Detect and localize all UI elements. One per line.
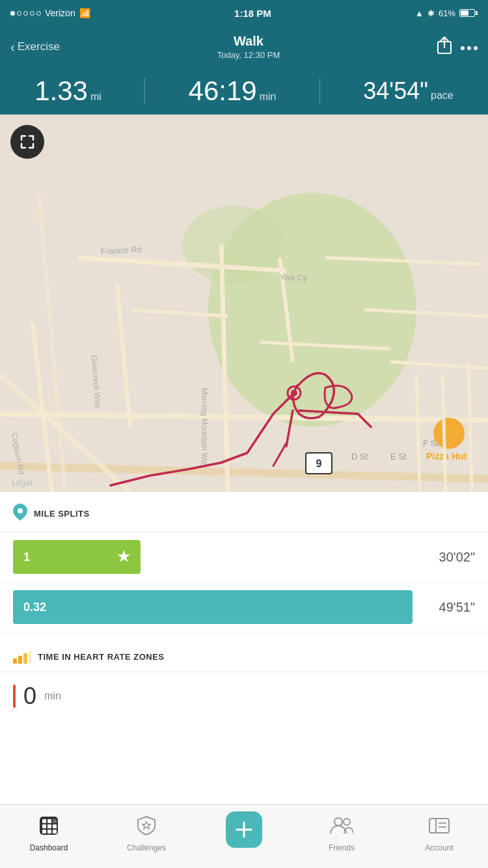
svg-rect-51	[42, 819, 46, 823]
tab-friends[interactable]: Friends	[299, 811, 384, 852]
svg-rect-48	[23, 653, 27, 664]
nav-header: ‹ Exercise Walk Today, 12:30 PM	[0, 26, 488, 68]
heart-rate-section: TIME IN HEART RATE ZONES 0 min	[0, 638, 488, 723]
distance-value: 1.33	[34, 77, 88, 105]
back-button[interactable]: ‹ Exercise	[10, 40, 60, 55]
friends-label: Friends	[329, 843, 355, 852]
signal-dot-4	[30, 11, 34, 16]
svg-rect-65	[429, 819, 449, 833]
add-plus-icon	[234, 820, 254, 839]
svg-point-45	[18, 508, 23, 513]
svg-text:Pizza Hut: Pizza Hut	[426, 451, 467, 461]
svg-point-63	[334, 818, 342, 826]
split-time-2: 49'51"	[423, 600, 475, 615]
challenges-label: Challenges	[127, 843, 166, 852]
workout-title: Walk	[217, 34, 280, 49]
split-row-1: 1 ★ 30'02"	[0, 532, 488, 582]
pace-value: 34'54"	[363, 79, 428, 103]
stats-bar: 1.33 mi 46:19 min 34'54" pace	[0, 68, 488, 115]
split-label-1: 1	[23, 550, 30, 564]
split-bar-1: 1 ★	[13, 540, 141, 574]
svg-rect-56	[53, 824, 57, 828]
svg-rect-46	[13, 658, 17, 664]
heart-rate-title: TIME IN HEART RATE ZONES	[38, 652, 164, 662]
svg-rect-53	[53, 819, 57, 823]
workout-subtitle: Today, 12:30 PM	[217, 50, 280, 60]
svg-point-31	[433, 418, 465, 449]
map-container[interactable]: D St E St F St Francis Rd Morning Mounta…	[0, 115, 488, 492]
stat-divider-2	[319, 78, 320, 104]
split-bar-container-1: 1 ★	[13, 540, 413, 574]
heart-rate-unit: min	[44, 690, 61, 702]
svg-text:York Cy: York Cy	[280, 273, 307, 282]
svg-rect-58	[47, 830, 51, 834]
mile-splits-header: MILE SPLITS	[0, 492, 488, 532]
location-icon: ▲	[415, 8, 424, 18]
tab-dashboard[interactable]: Dashboard	[7, 811, 91, 852]
account-card-icon	[429, 817, 450, 835]
challenges-shield-icon	[137, 815, 156, 836]
status-left: Verizon 📶	[10, 8, 90, 18]
location-pin-icon	[13, 504, 27, 524]
add-icon-wrap	[226, 811, 262, 848]
signal-strength	[10, 11, 41, 16]
duration-unit: min	[260, 91, 277, 103]
tab-account[interactable]: Account	[397, 811, 481, 852]
signal-dot-5	[36, 11, 41, 16]
share-button[interactable]	[437, 36, 452, 58]
stat-distance: 1.33 mi	[34, 77, 102, 105]
heart-rate-value-row: 0 min	[0, 672, 488, 723]
svg-point-3	[467, 46, 471, 50]
account-label: Account	[425, 843, 453, 852]
status-time: 1:18 PM	[234, 8, 271, 19]
split-bar-2: 0.32	[13, 590, 413, 624]
bluetooth-icon: ✱	[427, 8, 435, 18]
map-background: D St E St F St Francis Rd Morning Mounta…	[0, 115, 488, 492]
split-label-2: 0.32	[23, 601, 46, 614]
svg-rect-54	[42, 824, 46, 828]
heart-rate-value: 0	[23, 683, 36, 710]
svg-text:Legal: Legal	[12, 478, 33, 487]
dashboard-label: Dashboard	[30, 843, 68, 852]
duration-value: 46:19	[189, 77, 257, 105]
battery-pct: 61%	[439, 8, 455, 18]
split-bar-container-2: 0.32	[13, 590, 413, 624]
signal-dot-1	[10, 11, 15, 16]
svg-rect-59	[53, 830, 57, 834]
svg-text:E St: E St	[390, 452, 407, 461]
friends-people-icon	[330, 817, 353, 835]
svg-point-2	[461, 46, 465, 50]
tab-bar: Dashboard Challenges	[0, 804, 488, 868]
mile-splits-title: MILE SPLITS	[34, 509, 90, 519]
svg-point-64	[344, 819, 350, 825]
battery-icon	[459, 9, 478, 17]
status-right: ▲ ✱ 61%	[415, 8, 478, 18]
heart-rate-header: TIME IN HEART RATE ZONES	[0, 638, 488, 672]
more-button[interactable]	[461, 40, 478, 54]
map-expand-button[interactable]	[10, 125, 44, 159]
tab-challenges[interactable]: Challenges	[104, 811, 189, 852]
stat-divider-1	[144, 78, 145, 104]
svg-rect-55	[47, 824, 51, 828]
split-star-icon-1: ★	[117, 549, 130, 565]
dashboard-grid-icon	[38, 815, 59, 836]
nav-actions	[437, 36, 478, 58]
mile-splits-section: MILE SPLITS 1 ★ 30'02" 0.32 49'51"	[0, 492, 488, 632]
heart-rate-icon	[13, 649, 31, 664]
split-row-2: 0.32 49'51"	[0, 582, 488, 632]
tab-add[interactable]	[202, 811, 286, 851]
wifi-icon: 📶	[79, 8, 90, 18]
friends-icon-wrap	[327, 811, 356, 840]
stat-pace: 34'54" pace	[363, 79, 453, 103]
svg-rect-57	[42, 830, 46, 834]
status-bar: Verizon 📶 1:18 PM ▲ ✱ 61%	[0, 0, 488, 26]
svg-marker-60	[142, 822, 150, 829]
svg-text:D St: D St	[351, 452, 368, 461]
carrier-label: Verizon	[45, 8, 75, 18]
svg-point-44	[291, 390, 297, 396]
dashboard-icon-wrap	[34, 811, 63, 840]
stat-duration: 46:19 min	[189, 77, 277, 105]
challenges-icon-wrap	[132, 811, 161, 840]
chevron-left-icon: ‹	[10, 40, 15, 55]
heart-rate-indicator	[13, 685, 16, 708]
